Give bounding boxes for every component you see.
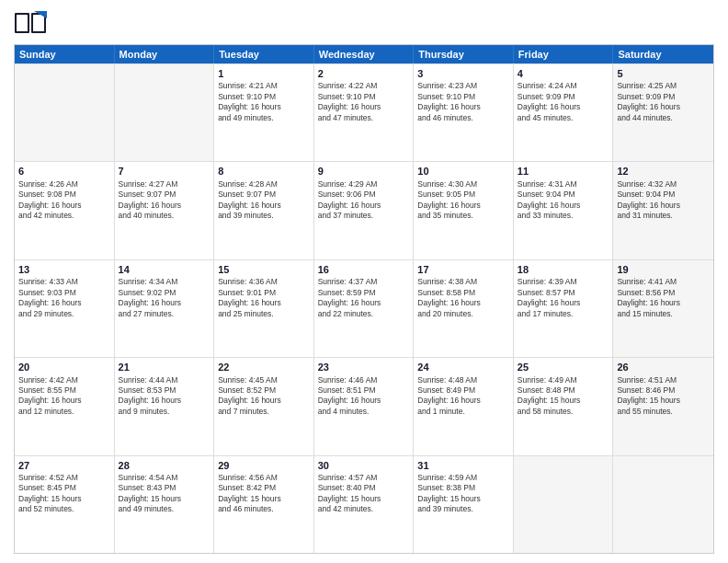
day-number: 31 (417, 459, 509, 472)
day-info: Sunrise: 4:21 AM Sunset: 9:10 PM Dayligh… (218, 81, 310, 123)
day-number: 26 (617, 361, 710, 373)
day-info: Sunrise: 4:52 AM Sunset: 8:45 PM Dayligh… (18, 473, 110, 515)
calendar-cell: 19Sunrise: 4:41 AM Sunset: 8:56 PM Dayli… (613, 260, 713, 357)
day-info: Sunrise: 4:59 AM Sunset: 8:38 PM Dayligh… (417, 473, 509, 515)
weekday-header: Monday (115, 45, 215, 63)
day-number: 16 (318, 263, 410, 276)
day-number: 7 (119, 165, 210, 178)
calendar-cell: 11Sunrise: 4:31 AM Sunset: 9:04 PM Dayli… (514, 162, 614, 259)
day-number: 19 (617, 263, 710, 276)
calendar: SundayMondayTuesdayWednesdayThursdayFrid… (14, 44, 714, 554)
day-number: 28 (119, 459, 210, 472)
day-info: Sunrise: 4:30 AM Sunset: 9:05 PM Dayligh… (417, 179, 509, 222)
calendar-cell: 6Sunrise: 4:26 AM Sunset: 9:08 PM Daylig… (15, 162, 115, 259)
day-number: 1 (218, 67, 310, 80)
day-info: Sunrise: 4:22 AM Sunset: 9:10 PM Dayligh… (318, 81, 410, 123)
day-number: 15 (218, 263, 310, 276)
calendar-cell: 23Sunrise: 4:46 AM Sunset: 8:51 PM Dayli… (314, 358, 415, 454)
calendar-cell (613, 456, 713, 553)
calendar-cell: 26Sunrise: 4:51 AM Sunset: 8:46 PM Dayli… (613, 358, 713, 454)
calendar-body: 1Sunrise: 4:21 AM Sunset: 9:10 PM Daylig… (15, 63, 713, 553)
weekday-header: Saturday (613, 45, 713, 63)
day-info: Sunrise: 4:37 AM Sunset: 8:59 PM Dayligh… (318, 277, 410, 319)
calendar-row: 27Sunrise: 4:52 AM Sunset: 8:45 PM Dayli… (15, 455, 713, 553)
calendar-row: 6Sunrise: 4:26 AM Sunset: 9:08 PM Daylig… (15, 161, 713, 259)
day-info: Sunrise: 4:36 AM Sunset: 9:01 PM Dayligh… (218, 277, 310, 319)
day-info: Sunrise: 4:31 AM Sunset: 9:04 PM Dayligh… (518, 179, 609, 222)
calendar-cell (514, 456, 614, 553)
calendar-cell: 12Sunrise: 4:32 AM Sunset: 9:04 PM Dayli… (613, 162, 713, 259)
day-info: Sunrise: 4:32 AM Sunset: 9:04 PM Dayligh… (617, 179, 710, 222)
calendar-cell: 17Sunrise: 4:38 AM Sunset: 8:58 PM Dayli… (414, 260, 514, 357)
calendar-header: SundayMondayTuesdayWednesdayThursdayFrid… (15, 45, 713, 63)
calendar-cell: 16Sunrise: 4:37 AM Sunset: 8:59 PM Dayli… (314, 260, 415, 357)
logo (14, 9, 51, 37)
calendar-cell: 3Sunrise: 4:23 AM Sunset: 9:10 PM Daylig… (414, 64, 514, 161)
day-number: 13 (18, 263, 110, 276)
calendar-cell: 31Sunrise: 4:59 AM Sunset: 8:38 PM Dayli… (414, 456, 514, 553)
day-info: Sunrise: 4:38 AM Sunset: 8:58 PM Dayligh… (417, 277, 509, 319)
weekday-header: Thursday (414, 45, 514, 63)
calendar-cell: 27Sunrise: 4:52 AM Sunset: 8:45 PM Dayli… (15, 456, 115, 553)
day-number: 9 (318, 165, 410, 178)
svg-rect-3 (17, 15, 28, 31)
calendar-cell: 14Sunrise: 4:34 AM Sunset: 9:02 PM Dayli… (115, 260, 215, 357)
calendar-cell: 1Sunrise: 4:21 AM Sunset: 9:10 PM Daylig… (214, 64, 314, 161)
logo-icon (14, 9, 47, 37)
weekday-header: Sunday (15, 45, 115, 63)
day-number: 3 (417, 67, 509, 80)
day-number: 12 (617, 165, 710, 178)
day-number: 25 (518, 361, 609, 373)
day-number: 29 (218, 459, 310, 472)
weekday-header: Wednesday (314, 45, 415, 63)
header (14, 9, 714, 37)
day-number: 30 (318, 459, 410, 472)
calendar-cell: 18Sunrise: 4:39 AM Sunset: 8:57 PM Dayli… (514, 260, 614, 357)
calendar-cell: 7Sunrise: 4:27 AM Sunset: 9:07 PM Daylig… (115, 162, 215, 259)
day-info: Sunrise: 4:26 AM Sunset: 9:08 PM Dayligh… (18, 179, 110, 222)
day-info: Sunrise: 4:46 AM Sunset: 8:51 PM Dayligh… (318, 375, 410, 418)
day-info: Sunrise: 4:34 AM Sunset: 9:02 PM Dayligh… (119, 277, 210, 319)
day-number: 14 (119, 263, 210, 276)
day-info: Sunrise: 4:42 AM Sunset: 8:55 PM Dayligh… (18, 375, 110, 418)
day-number: 2 (318, 67, 410, 80)
calendar-cell: 10Sunrise: 4:30 AM Sunset: 9:05 PM Dayli… (414, 162, 514, 259)
calendar-cell: 5Sunrise: 4:25 AM Sunset: 9:09 PM Daylig… (613, 64, 713, 161)
day-info: Sunrise: 4:45 AM Sunset: 8:52 PM Dayligh… (218, 375, 310, 418)
day-info: Sunrise: 4:54 AM Sunset: 8:43 PM Dayligh… (119, 473, 210, 515)
day-info: Sunrise: 4:25 AM Sunset: 9:09 PM Dayligh… (617, 81, 710, 123)
calendar-cell: 24Sunrise: 4:48 AM Sunset: 8:49 PM Dayli… (414, 358, 514, 454)
calendar-cell: 13Sunrise: 4:33 AM Sunset: 9:03 PM Dayli… (15, 260, 115, 357)
day-number: 22 (218, 361, 310, 373)
calendar-cell: 9Sunrise: 4:29 AM Sunset: 9:06 PM Daylig… (314, 162, 415, 259)
day-number: 11 (518, 165, 609, 178)
weekday-header: Friday (514, 45, 614, 63)
calendar-cell: 8Sunrise: 4:28 AM Sunset: 9:07 PM Daylig… (214, 162, 314, 259)
calendar-cell: 20Sunrise: 4:42 AM Sunset: 8:55 PM Dayli… (15, 358, 115, 454)
calendar-cell: 15Sunrise: 4:36 AM Sunset: 9:01 PM Dayli… (214, 260, 314, 357)
page: SundayMondayTuesdayWednesdayThursdayFrid… (0, 0, 728, 563)
day-info: Sunrise: 4:39 AM Sunset: 8:57 PM Dayligh… (518, 277, 609, 319)
day-info: Sunrise: 4:33 AM Sunset: 9:03 PM Dayligh… (18, 277, 110, 319)
day-number: 21 (119, 361, 210, 373)
day-info: Sunrise: 4:49 AM Sunset: 8:48 PM Dayligh… (518, 375, 609, 418)
day-number: 5 (617, 67, 710, 80)
day-info: Sunrise: 4:51 AM Sunset: 8:46 PM Dayligh… (617, 375, 710, 418)
day-number: 6 (18, 165, 110, 178)
day-info: Sunrise: 4:28 AM Sunset: 9:07 PM Dayligh… (218, 179, 310, 222)
calendar-cell: 28Sunrise: 4:54 AM Sunset: 8:43 PM Dayli… (115, 456, 215, 553)
day-info: Sunrise: 4:24 AM Sunset: 9:09 PM Dayligh… (518, 81, 609, 123)
day-number: 4 (518, 67, 609, 80)
day-info: Sunrise: 4:23 AM Sunset: 9:10 PM Dayligh… (417, 81, 509, 123)
calendar-cell (115, 64, 215, 161)
day-info: Sunrise: 4:41 AM Sunset: 8:56 PM Dayligh… (617, 277, 710, 319)
calendar-cell: 2Sunrise: 4:22 AM Sunset: 9:10 PM Daylig… (314, 64, 415, 161)
calendar-cell (15, 64, 115, 161)
day-number: 27 (18, 459, 110, 472)
calendar-row: 1Sunrise: 4:21 AM Sunset: 9:10 PM Daylig… (15, 63, 713, 161)
day-info: Sunrise: 4:29 AM Sunset: 9:06 PM Dayligh… (318, 179, 410, 222)
calendar-row: 13Sunrise: 4:33 AM Sunset: 9:03 PM Dayli… (15, 259, 713, 357)
weekday-header: Tuesday (214, 45, 314, 63)
day-info: Sunrise: 4:27 AM Sunset: 9:07 PM Dayligh… (119, 179, 210, 222)
calendar-row: 20Sunrise: 4:42 AM Sunset: 8:55 PM Dayli… (15, 357, 713, 454)
